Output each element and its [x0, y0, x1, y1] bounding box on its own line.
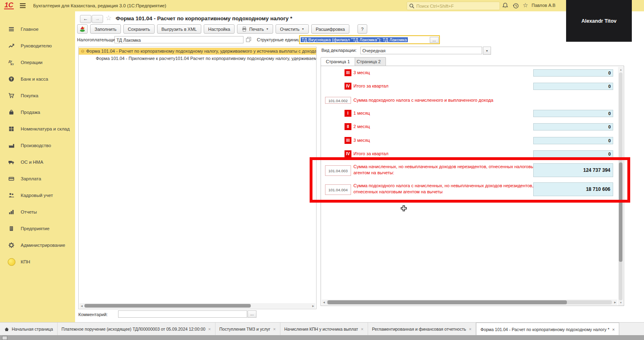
sidebar-item-nomenklatura[interactable]: Номенклатура и склад — [0, 124, 75, 134]
close-icon[interactable]: × — [208, 327, 211, 331]
sidebar-item-pokupka[interactable]: Покупка — [0, 91, 75, 101]
app-titlebar: 1С Бухгалтерия для Казахстана, редакция … — [0, 0, 644, 11]
notifications-bell-icon[interactable] — [502, 2, 508, 9]
collapse-icon[interactable]: ⊖ — [81, 49, 84, 53]
close-icon[interactable]: × — [273, 327, 276, 331]
building-icon — [7, 225, 15, 232]
people-icon — [7, 192, 15, 199]
sidebar-item-bank-kassa[interactable]: Банк и касса — [0, 74, 75, 84]
main-menu-icon[interactable] — [19, 3, 26, 9]
clear-button[interactable]: Очистить▼ — [276, 24, 309, 34]
sidebar-item-zarplata[interactable]: Зарплата — [0, 174, 75, 184]
favorite-star-icon[interactable]: ☆ — [106, 14, 112, 22]
history-icon[interactable] — [513, 2, 519, 9]
open-windows-tabbar: Начальная страница Платежное поручение (… — [0, 322, 644, 336]
tab-tmz-receipts[interactable]: Поступления ТМЗ и услуг× — [215, 323, 280, 336]
sidebar-item-predpriyatie[interactable]: Предприятие — [0, 224, 75, 233]
bottom-status-strip — [0, 335, 644, 340]
row-value-field[interactable]: 0 — [533, 137, 613, 144]
tab-form-101-04[interactable]: Форма 101.04 - Расчет по корпоративному … — [476, 323, 619, 336]
taxpayer-field[interactable]: ТД Лакомка — [114, 36, 243, 43]
scroll-right-icon[interactable]: ▶ — [312, 305, 314, 307]
global-search-input[interactable]: Поиск Ctrl+Shift+F — [407, 2, 500, 10]
form-toolbar: Заполнить Сохранить Выгрузить в XML Наст… — [77, 24, 367, 34]
open-link-icon[interactable] — [246, 36, 252, 43]
units-field[interactable]: ТД Вкусняшка (филиал "ТД Лакомка"); ТД Л… — [299, 35, 440, 44]
scroll-up-icon[interactable]: ▲ — [620, 68, 622, 71]
close-icon[interactable]: × — [469, 327, 471, 331]
search-icon — [409, 3, 415, 9]
tab-regulated-reporting[interactable]: Регламентированная и финансовая отчетнос… — [368, 323, 476, 336]
mouse-move-cursor — [400, 205, 407, 212]
coin-icon — [7, 76, 15, 82]
panel-hscrollbar[interactable]: ◀ ▶ — [322, 299, 617, 305]
trend-chart-icon — [7, 43, 15, 49]
search-placeholder: Поиск Ctrl+Shift+F — [416, 4, 454, 9]
close-icon[interactable]: × — [361, 327, 363, 331]
units-label: Структурные единицы: — [257, 37, 304, 42]
row-value-field[interactable]: 0 — [533, 150, 613, 158]
save-button[interactable]: Сохранить — [123, 24, 155, 34]
sidebar-item-proizvodstvo[interactable]: Производство — [0, 141, 75, 150]
sidebar-item-otchety[interactable]: Отчеты — [0, 207, 75, 217]
row-value-field[interactable]: 0 — [533, 83, 613, 90]
row-value-field[interactable]: 0 — [533, 69, 613, 77]
decrypt-button[interactable]: Расшифровка — [311, 24, 349, 34]
favorites-star-icon[interactable]: ☆ — [523, 2, 528, 9]
form-row: IV Итого за квартал 0 — [321, 150, 621, 158]
report-icon-button[interactable] — [77, 24, 88, 34]
annotation-highlight-rectangle — [310, 157, 630, 203]
sidebar-item-kadrovyj-uchet[interactable]: Кадровый учет — [0, 190, 75, 200]
forward-button[interactable]: → — [92, 15, 103, 23]
sidebar-item-os-nma[interactable]: ОС и НМА — [0, 157, 75, 167]
row-value-field[interactable]: 0 — [533, 123, 613, 130]
row-badge: II — [345, 123, 351, 130]
sidebar-item-rukovoditelyu[interactable]: Руководителю — [0, 41, 75, 51]
fill-button[interactable]: Заполнить — [90, 24, 121, 34]
comment-field[interactable] — [118, 310, 247, 318]
sidebar-item-glavnoe[interactable]: Главное — [0, 24, 75, 34]
status-icon — [2, 336, 7, 340]
scroll-right-icon[interactable]: ▶ — [614, 301, 616, 304]
tab-page-2[interactable]: Страница 2 — [351, 57, 386, 66]
scroll-left-icon[interactable]: ◀ — [81, 305, 83, 307]
row-badge: IV — [345, 150, 351, 157]
print-button[interactable]: Печать▼ — [237, 24, 273, 34]
sidebar-item-administrirovanie[interactable]: Администрирование — [0, 240, 75, 250]
cart-icon — [7, 92, 15, 99]
presenter-name: Alexandr Titov — [582, 18, 617, 24]
1c-logo-icon: 1С — [4, 2, 14, 9]
grid-icon — [7, 126, 15, 132]
declaration-dropdown-button[interactable]: ▼ — [483, 47, 491, 55]
menu-lines-icon — [7, 26, 15, 32]
chevron-down-icon: ▼ — [486, 49, 489, 52]
row-badge: I — [345, 110, 351, 117]
truck-icon — [7, 159, 15, 165]
tab-kpn-accruals[interactable]: Начисления КПН у источника выплат× — [280, 323, 368, 336]
tab-home[interactable]: Начальная страница — [0, 323, 58, 336]
form-row: IV Итого за квартал 0 — [321, 83, 621, 90]
close-icon[interactable]: × — [612, 327, 614, 332]
current-user[interactable]: Павлов А.В — [532, 3, 556, 8]
tree-hscrollbar[interactable]: ◀ ▶ — [80, 303, 315, 308]
tab-page-1[interactable]: Страница 1 — [321, 57, 355, 66]
tree-item-selected[interactable]: ⊖Форма 101.04 - Расчет по корпоративному… — [79, 48, 316, 55]
help-button[interactable]: ? — [358, 24, 367, 34]
settings-button[interactable]: Настройка — [204, 24, 235, 34]
declaration-type-combo[interactable]: Очередная — [360, 47, 482, 54]
form-row: I 1 месяц 0 — [321, 110, 621, 117]
units-more-button[interactable]: ... — [430, 37, 439, 43]
sidebar-item-prodazha[interactable]: Продажа — [0, 107, 75, 117]
row-badge: IV — [345, 83, 351, 90]
scroll-down-icon[interactable]: ▼ — [620, 302, 622, 304]
tab-payment-order[interactable]: Платежное поручение (исходящее) ТДЛ00000… — [58, 323, 215, 336]
export-xml-button[interactable]: Выгрузить в XML — [157, 24, 201, 34]
comment-more-button[interactable]: ... — [248, 310, 256, 318]
tree-item[interactable]: Форма 101.04 - Приложение к расчету101.0… — [96, 55, 317, 62]
scroll-left-icon[interactable]: ◀ — [323, 301, 325, 304]
sidebar-item-kpn[interactable]: КПН — [0, 257, 75, 267]
home-icon — [4, 327, 9, 332]
sidebar-item-operacii[interactable]: ДтКт Операции — [0, 58, 75, 67]
row-value-field[interactable]: 0 — [533, 110, 613, 117]
back-button[interactable]: ← — [80, 15, 91, 23]
